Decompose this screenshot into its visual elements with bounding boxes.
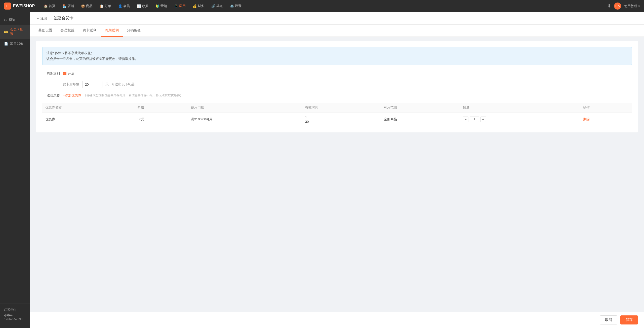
nav-label-member: 会员	[123, 4, 130, 8]
sidebar-label-membership: 会员卡配置	[10, 27, 26, 36]
interval-label: 购卡后每隔	[63, 82, 79, 87]
enable-checkbox[interactable]: 开启	[63, 71, 74, 76]
valid-end: 30	[305, 120, 378, 124]
nav-item-store[interactable]: 🏪 店铺	[59, 2, 77, 10]
content-area: 注意: 体验卡将不享受此项权益; 该会员卡一旦发售，此页的权益设置将不能更改，请…	[30, 37, 644, 136]
store-icon: 🏪	[62, 4, 66, 8]
contact-phone: 17667552398	[4, 317, 26, 321]
nav-item-settings[interactable]: ⚙️ 设置	[227, 2, 245, 10]
nav-label-channel: 渠道	[216, 4, 223, 8]
notice-line2: 该会员卡一旦发售，此页的权益设置将不能更改，请慎重操作。	[47, 56, 628, 62]
col-qty: 数量	[460, 103, 580, 113]
back-label: 返回	[41, 16, 47, 21]
interval-input[interactable]	[82, 81, 102, 88]
logo: E EWEISHOP	[4, 3, 35, 10]
sidebar-label-overview: 概览	[9, 18, 15, 22]
cell-action: 删除	[580, 112, 632, 126]
cancel-button[interactable]: 取消	[600, 315, 617, 324]
settings-icon: ⚙️	[230, 4, 234, 8]
avatar-text: iTA	[615, 4, 620, 8]
delete-button[interactable]: 删除	[583, 117, 590, 121]
cell-qty: − +	[460, 112, 580, 126]
sidebar-item-membership[interactable]: 🎫 会员卡配置	[0, 25, 30, 39]
footer: 取消 保存	[30, 312, 644, 328]
col-threshold: 使用门槛	[188, 103, 302, 113]
overview-icon: ⊙	[4, 18, 7, 22]
logo-text: EWEISHOP	[13, 4, 35, 8]
tab-bar: 基础设置 会员权益 购卡返利 周期返利 分销裂变	[30, 25, 644, 37]
avatar[interactable]: iTA	[614, 3, 621, 10]
save-button[interactable]: 保存	[620, 315, 638, 324]
nav-item-data[interactable]: 📊 数据	[134, 2, 151, 10]
nav-label-finance: 财务	[198, 4, 204, 8]
qty-decrease-button[interactable]: −	[463, 117, 468, 122]
sidebar-label-sales: 出售记录	[10, 41, 23, 46]
qty-input[interactable]	[470, 117, 479, 122]
interval-row: 购卡后每隔 天 可送出以下礼品	[63, 81, 632, 88]
tab-distribution[interactable]: 分销裂变	[123, 25, 145, 37]
help-link[interactable]: 使用教程 ▾	[624, 4, 640, 8]
qty-control: − +	[463, 117, 577, 122]
finance-icon: 💰	[193, 4, 197, 8]
interval-hint: 可送出以下礼品	[112, 82, 135, 87]
sidebar-item-sales[interactable]: 📄 出售记录	[0, 39, 30, 48]
coupon-label: 送优惠券	[42, 93, 60, 98]
interval-unit: 天	[105, 82, 109, 87]
membership-icon: 🎫	[4, 30, 8, 34]
nav-label-settings: 设置	[235, 4, 242, 8]
back-button[interactable]: ← 返回	[36, 16, 47, 21]
notice-line1: 注意: 体验卡将不享受此项权益;	[47, 50, 628, 56]
checkbox-label: 开启	[68, 71, 74, 76]
nav-item-product[interactable]: 📦 商品	[78, 2, 96, 10]
cell-scope: 全部商品	[381, 112, 460, 126]
tab-period-return[interactable]: 周期返利	[101, 25, 123, 37]
add-coupon-button[interactable]: +添加优惠券	[63, 93, 81, 98]
add-coupon-hint: （请确保您送的优惠券库存充足，若优惠券库存不足，将无法发放优惠券）	[83, 93, 183, 97]
nav-item-member[interactable]: 👤 会员	[115, 2, 133, 10]
period-return-control: 开启	[63, 71, 74, 76]
sidebar: ⊙ 概览 🎫 会员卡配置 📄 出售记录 联系我们 小客斗 17667552398	[0, 12, 30, 328]
download-icon[interactable]: ⬇	[607, 3, 611, 9]
table-row: 优惠券 50元 满¥100.00可用 1 30	[42, 112, 632, 126]
layout: ⊙ 概览 🎫 会员卡配置 📄 出售记录 联系我们 小客斗 17667552398…	[0, 12, 644, 328]
sidebar-item-overview[interactable]: ⊙ 概览	[0, 15, 30, 25]
coupon-row: 送优惠券 +添加优惠券 （请确保您送的优惠券库存充足，若优惠券库存不足，将无法发…	[42, 93, 632, 98]
channel-icon: 🔗	[211, 4, 215, 8]
nav-item-channel[interactable]: 🔗 渠道	[208, 2, 226, 10]
nav-label-order: 订单	[105, 4, 111, 8]
period-return-label: 周期返利	[42, 71, 60, 76]
nav-label-marketing: 营销	[160, 4, 167, 8]
tab-label-benefits: 会员权益	[60, 28, 74, 32]
chevron-down-icon: ▾	[638, 4, 640, 8]
cell-price: 50元	[135, 112, 188, 126]
tab-basic-settings[interactable]: 基础设置	[34, 25, 56, 37]
nav-item-home[interactable]: 🏠 首页	[41, 2, 58, 10]
nav-item-marketing[interactable]: 🔰 营销	[152, 2, 170, 10]
tab-label-rebate: 购卡返利	[83, 28, 97, 32]
page-title: 创建会员卡	[53, 16, 73, 21]
order-icon: 📋	[100, 4, 104, 8]
member-icon: 👤	[118, 4, 122, 8]
back-arrow-icon: ←	[36, 16, 39, 20]
nav-items: 🏠 首页 🏪 店铺 📦 商品 📋 订单 👤 会员 📊 数据 🔰 营销 📱	[41, 2, 607, 10]
qty-increase-button[interactable]: +	[480, 117, 486, 122]
tab-label-distribution: 分销裂变	[127, 28, 141, 32]
nav-item-finance[interactable]: 💰 财务	[190, 2, 207, 10]
tab-label-period: 周期返利	[105, 28, 119, 32]
tab-member-benefits[interactable]: 会员权益	[56, 25, 78, 37]
checkbox-tick	[63, 72, 66, 75]
product-icon: 📦	[81, 4, 85, 8]
tab-purchase-rebate[interactable]: 购卡返利	[78, 25, 101, 37]
app-icon: 📱	[174, 4, 178, 8]
top-nav: E EWEISHOP 🏠 首页 🏪 店铺 📦 商品 📋 订单 👤 会员 📊 数据	[0, 0, 644, 12]
nav-item-order[interactable]: 📋 订单	[97, 2, 114, 10]
nav-label-product: 商品	[86, 4, 93, 8]
cell-name: 优惠券	[42, 112, 135, 126]
main-content: 基础设置 会员权益 购卡返利 周期返利 分销裂变	[30, 25, 644, 312]
coupon-table: 优惠券名称 价格 使用门槛 有效时间 可用范围 数量 操作	[42, 103, 632, 126]
cell-valid-time: 1 30	[302, 112, 381, 126]
nav-item-app[interactable]: 📱 应用	[171, 2, 189, 10]
nav-label-store: 店铺	[67, 4, 74, 8]
col-price: 价格	[135, 103, 188, 113]
tab-label-basic: 基础设置	[38, 28, 52, 32]
